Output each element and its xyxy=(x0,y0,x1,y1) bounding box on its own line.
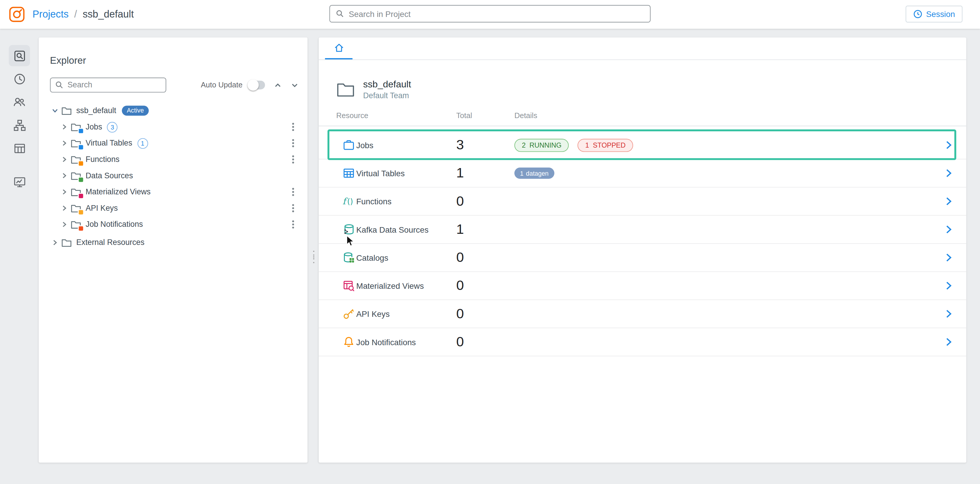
main-panel: ssb_default Default Team Resource Total … xyxy=(319,37,966,463)
row-chevron-icon[interactable] xyxy=(944,337,954,347)
resource-name: Virtual Tables xyxy=(356,168,456,178)
tree-item-api-keys[interactable]: API Keys xyxy=(50,200,299,216)
resource-row-job-notifications[interactable]: Job Notifications0 xyxy=(319,328,966,356)
kebab-icon[interactable] xyxy=(289,138,298,148)
auto-update-toggle[interactable] xyxy=(248,81,265,89)
badge-label: RUNNING xyxy=(530,141,562,149)
project-name: ssb_default xyxy=(363,79,411,89)
resource-row-functions[interactable]: f()Functions0 xyxy=(319,188,966,216)
chevron-right-icon[interactable] xyxy=(59,139,69,148)
chevron-right-icon[interactable] xyxy=(59,188,69,196)
tree-item-functions[interactable]: Functions xyxy=(50,151,299,168)
resource-row-jobs[interactable]: Jobs32RUNNING1STOPPED xyxy=(319,131,966,159)
resource-row-kafka-data-sources[interactable]: Kafka Data Sources1 xyxy=(319,216,966,244)
project-search-input[interactable] xyxy=(349,9,644,18)
chevron-right-icon[interactable] xyxy=(59,155,69,164)
tree-item-data-sources[interactable]: Data Sources xyxy=(50,167,299,184)
resource-total: 0 xyxy=(456,334,514,350)
row-chevron-icon[interactable] xyxy=(944,196,954,206)
chevron-right-icon[interactable] xyxy=(50,238,60,247)
folder-icon xyxy=(61,106,72,115)
resource-name: Materialized Views xyxy=(356,281,456,290)
chevron-right-icon[interactable] xyxy=(59,123,69,131)
rail-teams-icon[interactable] xyxy=(9,91,30,113)
api-keys-icon xyxy=(341,307,356,320)
rail-monitoring-icon[interactable] xyxy=(9,171,30,193)
materialized-views-folder-icon xyxy=(71,187,81,197)
tab-bar xyxy=(319,37,966,60)
explorer-controls: Auto Update xyxy=(50,78,299,92)
rail-explorer-icon[interactable] xyxy=(9,45,30,66)
tree-item-label: Functions xyxy=(86,155,119,164)
status-badge-stopped: 1STOPPED xyxy=(578,139,633,152)
row-chevron-icon[interactable] xyxy=(944,224,954,234)
kebab-icon[interactable] xyxy=(289,203,298,213)
functions-icon: f() xyxy=(341,195,356,207)
row-chevron-icon[interactable] xyxy=(944,168,954,178)
explorer-panel: Explorer Auto Update ssb_default Active … xyxy=(39,37,308,463)
row-chevron-icon[interactable] xyxy=(944,140,954,150)
breadcrumb-projects-link[interactable]: Projects xyxy=(32,9,68,20)
tree-item-external-resources[interactable]: External Resources xyxy=(50,234,299,251)
project-folder-icon xyxy=(336,81,355,97)
row-chevron-icon[interactable] xyxy=(944,280,954,291)
breadcrumb-current: ssb_default xyxy=(83,9,134,20)
explorer-search-input[interactable] xyxy=(67,81,161,89)
chevron-up-icon[interactable] xyxy=(274,81,282,89)
resource-name: Jobs xyxy=(356,140,456,150)
svg-text:(): () xyxy=(347,197,353,206)
active-badge: Active xyxy=(122,105,149,115)
tree-item-label: External Resources xyxy=(76,238,144,247)
project-search xyxy=(329,5,651,22)
kebab-icon[interactable] xyxy=(289,122,298,132)
kebab-icon[interactable] xyxy=(289,220,298,229)
explorer-title: Explorer xyxy=(50,55,299,66)
tree-item-jobs[interactable]: Jobs3 xyxy=(50,119,299,135)
virtual-tables-folder-icon xyxy=(71,139,81,148)
resource-row-virtual-tables[interactable]: Virtual Tables11datagen xyxy=(319,159,966,187)
tree-root-ssb-default[interactable]: ssb_default Active xyxy=(50,103,299,119)
tree-item-virtual-tables[interactable]: Virtual Tables1 xyxy=(50,135,299,151)
chevron-down-icon[interactable] xyxy=(291,81,299,89)
chevron-right-icon[interactable] xyxy=(59,171,69,180)
rail-history-icon[interactable] xyxy=(9,68,30,89)
chevron-down-icon[interactable] xyxy=(50,107,60,115)
materialized-views-icon xyxy=(341,279,356,292)
rail-data-tables-icon[interactable] xyxy=(9,138,30,159)
tree-children: Jobs3Virtual Tables1FunctionsData Source… xyxy=(50,119,299,232)
clock-icon xyxy=(913,10,923,19)
project-titles: ssb_default Default Team xyxy=(363,79,411,100)
session-button[interactable]: Session xyxy=(905,6,963,22)
chevron-right-icon[interactable] xyxy=(59,204,69,212)
search-icon xyxy=(55,81,64,89)
tree-item-label: Job Notifications xyxy=(86,220,143,229)
jobs-folder-icon xyxy=(71,122,81,132)
kebab-icon[interactable] xyxy=(289,154,298,164)
chevron-right-icon[interactable] xyxy=(59,220,69,229)
resource-total: 1 xyxy=(456,165,514,182)
resource-details: 1datagen xyxy=(514,167,931,179)
tree-item-label: Data Sources xyxy=(86,171,133,180)
kafka-data-sources-icon xyxy=(341,223,356,236)
resource-details: 2RUNNING1STOPPED xyxy=(514,139,931,152)
jobs-icon xyxy=(341,139,356,151)
auto-update-label: Auto Update xyxy=(201,81,242,89)
row-chevron-icon[interactable] xyxy=(944,309,954,319)
panel-resize-handle[interactable] xyxy=(310,248,317,266)
search-icon xyxy=(336,10,345,18)
kebab-icon[interactable] xyxy=(289,187,298,197)
row-chevron-icon[interactable] xyxy=(944,253,954,263)
resource-row-materialized-views[interactable]: Materialized Views0 xyxy=(319,272,966,300)
tree-item-label: Materialized Views xyxy=(86,188,151,196)
app-root: Projects / ssb_default Session Explorer … xyxy=(0,0,980,484)
tree-item-job-notifications[interactable]: Job Notifications xyxy=(50,216,299,232)
app-logo-icon[interactable] xyxy=(9,6,25,22)
rail-connectors-icon[interactable] xyxy=(9,114,30,135)
tree-root-label: ssb_default xyxy=(76,107,116,115)
tab-home[interactable] xyxy=(325,37,352,59)
tree-item-materialized-views[interactable]: Materialized Views xyxy=(50,184,299,200)
column-header-total: Total xyxy=(456,111,514,120)
resource-row-api-keys[interactable]: API Keys0 xyxy=(319,300,966,328)
resource-row-catalogs[interactable]: Catalogs0 xyxy=(319,244,966,272)
resource-name: Job Notifications xyxy=(356,337,456,347)
